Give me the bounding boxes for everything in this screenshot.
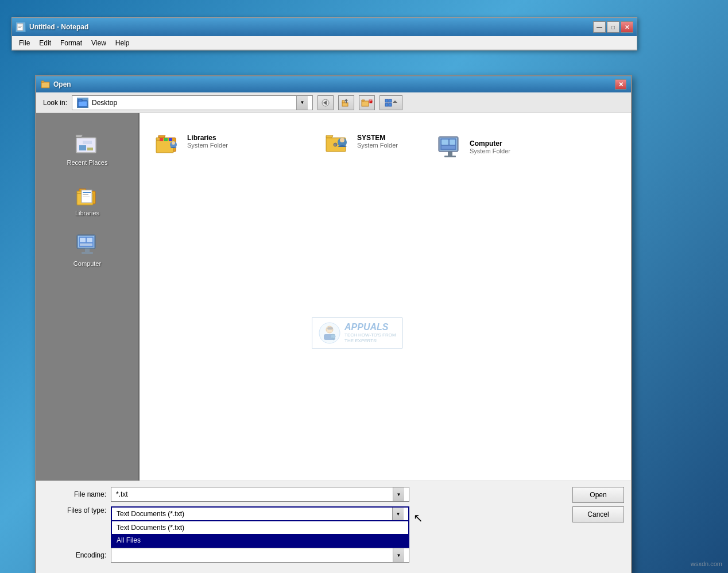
svg-rect-20 [389,99,392,102]
bottom-row: File name: *.txt ▼ Files of type: Text D… [43,487,624,567]
svg-rect-29 [83,141,92,144]
file-item-libraries-name: Libraries [187,134,228,142]
maximize-button[interactable]: □ [607,21,619,33]
svg-rect-44 [85,249,90,252]
svg-rect-42 [87,238,92,242]
dialog-main: Libraries System Folder [140,113,631,481]
svg-rect-7 [79,102,87,106]
file-item-libraries[interactable]: Libraries System Folder [149,122,252,166]
svg-rect-52 [169,138,172,141]
filetype-label: Files of type: [43,506,106,514]
dialog-icon [41,80,50,89]
svg-rect-51 [164,138,168,141]
menu-file[interactable]: File [14,38,34,48]
watermark-text: APPUALS [344,322,396,332]
filetype-option-txt[interactable]: Text Documents (*.txt) [112,521,408,534]
svg-rect-21 [385,103,388,106]
svg-rect-3 [18,27,21,28]
svg-marker-5 [41,81,44,82]
svg-point-59 [334,143,337,146]
dialog-toolbar: Look in: Desktop ▼ [36,92,631,113]
file-item-libraries-info: Libraries System Folder [187,134,228,149]
notepad-titlebar: Untitled - Notepad — □ ✕ [12,18,637,36]
svg-rect-64 [450,140,455,145]
lookin-dropdown[interactable]: Desktop ▼ [72,95,313,110]
nav-back-button[interactable] [317,95,334,110]
svg-rect-50 [160,138,163,141]
titlebar-buttons: — □ ✕ [593,21,633,33]
svg-rect-1 [18,25,22,25]
svg-rect-65 [442,146,455,149]
lookin-icon [77,98,88,108]
system-file-icon [324,127,351,155]
new-folder-button[interactable]: ★ [359,95,375,110]
nav-up-button[interactable] [338,95,354,110]
file-item-computer-name: Computer [470,140,510,148]
svg-rect-14 [346,101,347,103]
minimize-button[interactable]: — [593,21,606,33]
svg-rect-63 [442,140,448,145]
computer-icon [73,230,101,258]
lookin-dropdown-arrow[interactable]: ▼ [296,96,308,110]
svg-rect-66 [448,152,452,156]
file-item-computer-type: System Folder [470,148,510,154]
svg-rect-11 [342,103,348,106]
open-button[interactable]: Open [572,487,624,503]
dialog-action-buttons: Open Cancel [572,487,624,522]
dialog-sidebar: Recent Places [36,113,140,481]
svg-rect-70 [324,334,335,340]
svg-rect-15 [362,101,369,106]
svg-marker-47 [158,135,165,138]
dialog-title: Open [53,80,615,88]
encoding-input[interactable]: ▼ [111,548,409,563]
libraries-file-icon [154,127,181,155]
svg-point-68 [319,323,340,343]
close-button[interactable]: ✕ [621,21,633,33]
view-button[interactable] [380,95,402,110]
encoding-label: Encoding: [43,551,106,559]
filename-row: File name: *.txt ▼ [43,487,566,502]
svg-point-54 [172,141,175,145]
file-item-computer-info: Computer System Folder [470,140,510,154]
menu-format[interactable]: Format [56,38,87,48]
lookin-value: Desktop [92,99,117,107]
filetype-selected[interactable]: Text Documents (*.txt) ▼ [111,506,409,521]
svg-rect-41 [80,238,86,242]
filename-label: File name: [43,490,106,498]
filename-input[interactable]: *.txt ▼ [111,487,409,502]
filetype-dropdown-arrow[interactable]: ▼ [392,508,404,520]
menu-edit[interactable]: Edit [34,38,56,48]
sidebar-item-computer[interactable]: Computer [41,226,133,272]
cancel-button[interactable]: Cancel [572,506,624,522]
svg-rect-22 [389,103,392,106]
notepad-window: Untitled - Notepad — □ ✕ File Edit Forma… [11,17,637,51]
filetype-row: Files of type: Text Documents (*.txt) ▼ … [43,506,566,521]
filetype-option-all[interactable]: All Files [112,534,408,547]
menu-view[interactable]: View [87,38,111,48]
svg-line-73 [332,338,334,340]
notepad-menubar: File Edit Format View Help [12,36,637,50]
fields-section: File name: *.txt ▼ Files of type: Text D… [43,487,566,567]
svg-marker-12 [342,100,344,103]
filetype-value: Text Documents (*.txt) [117,510,392,518]
filename-dropdown-arrow[interactable]: ▼ [393,487,404,501]
dialog-close-button[interactable]: ✕ [615,79,626,90]
svg-rect-67 [444,156,456,157]
libraries-icon [73,180,101,207]
svg-rect-37 [83,196,90,196]
svg-text:★: ★ [369,100,373,104]
sidebar-item-libraries[interactable]: Libraries [41,175,133,221]
watermark-subtext: TECH HOW-TO'S FROMTHE EXPERTS! [344,332,396,343]
filetype-popup: Text Documents (*.txt) All Files [111,521,409,548]
sidebar-item-recent-places[interactable]: Recent Places [41,125,133,171]
svg-marker-56 [326,135,333,138]
menu-help[interactable]: Help [111,38,134,48]
file-item-system-type: System Folder [357,142,398,149]
encoding-dropdown-arrow[interactable]: ▼ [393,548,404,562]
svg-marker-16 [362,100,365,101]
libraries-label: Libraries [75,210,99,216]
dialog-bottom: File name: *.txt ▼ Files of type: Text D… [36,481,631,573]
open-dialog: Open ✕ Look in: Desktop ▼ [35,75,632,573]
file-item-computer[interactable]: Computer System Folder [431,128,535,166]
file-item-system[interactable]: SYSTEM System Folder [319,122,422,166]
